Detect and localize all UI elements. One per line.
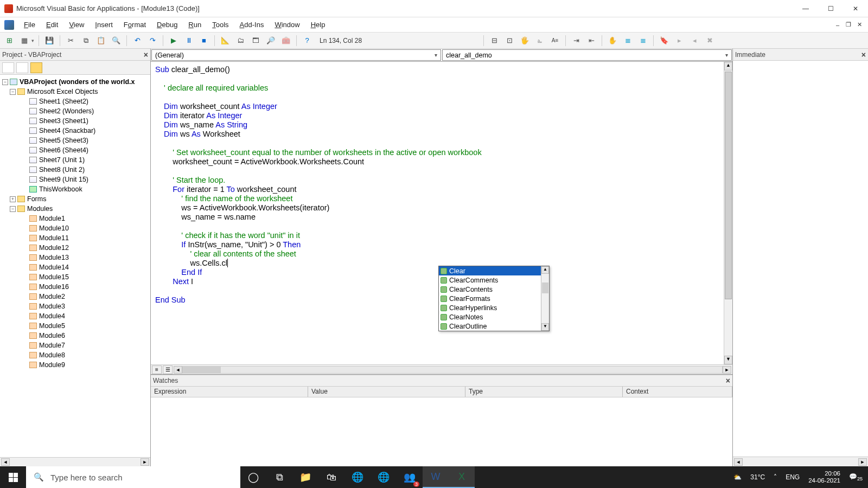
reset-button[interactable]: ■ (198, 35, 210, 47)
project-explorer-button[interactable]: 🗂 (234, 35, 246, 47)
find-button[interactable]: 🔍 (110, 35, 122, 47)
tree-module[interactable]: Module13 (39, 254, 69, 261)
tree-excel-objects[interactable]: Microsoft Excel Objects (27, 88, 98, 95)
tree-module[interactable]: Module14 (39, 264, 69, 271)
language-indicator[interactable]: ENG (786, 473, 800, 481)
menu-run[interactable]: Run (184, 20, 206, 30)
scroll-left-icon[interactable]: ◄ (1, 458, 10, 466)
tree-module[interactable]: Module4 (39, 312, 65, 320)
menu-debug[interactable]: Debug (152, 20, 182, 30)
watch-col-type[interactable]: Type (465, 387, 623, 397)
edit-tb-btn3[interactable]: 🖐 (519, 35, 531, 47)
scroll-thumb[interactable] (542, 282, 548, 293)
design-mode-button[interactable]: 📐 (219, 35, 231, 47)
code-hscroll[interactable]: ◄ ► (174, 366, 731, 374)
scroll-right-icon[interactable]: ► (858, 458, 867, 466)
watch-col-context[interactable]: Context (623, 387, 732, 397)
tree-module[interactable]: Module10 (39, 224, 69, 232)
expander-icon[interactable]: − (2, 79, 8, 85)
scroll-up-icon[interactable]: ▲ (541, 266, 549, 274)
tree-module[interactable]: Module16 (39, 283, 69, 291)
teams-button[interactable]: 👥 (397, 466, 423, 488)
menu-insert[interactable]: Insert (91, 20, 117, 30)
properties-button[interactable]: 🗔 (250, 35, 261, 47)
tree-module[interactable]: Module12 (39, 244, 69, 252)
taskbar-search[interactable]: 🔍 Type here to search (26, 466, 240, 488)
prev-bookmark[interactable]: ◂ (688, 35, 700, 47)
immediate-body[interactable] (733, 61, 868, 457)
intellisense-scroll[interactable]: ▲ ▼ (541, 266, 549, 331)
tree-sheet[interactable]: Sheet4 (Snackbar) (39, 127, 95, 134)
code-editor[interactable]: Sub clear_all_demo() ' declare all requi… (151, 62, 732, 364)
scroll-down-icon[interactable]: ▼ (541, 323, 549, 331)
object-browser-button[interactable]: 🔎 (265, 35, 277, 47)
watches-body[interactable] (151, 397, 732, 466)
watch-col-expression[interactable]: Expression (151, 387, 308, 397)
code-vscroll[interactable]: ▲ ▼ (724, 62, 732, 364)
comment-button[interactable]: ≣ (622, 35, 634, 47)
immediate-close[interactable]: × (861, 50, 866, 59)
chrome-button[interactable]: 🌐 (344, 466, 371, 488)
tree-module[interactable]: Module6 (39, 332, 65, 339)
store-button[interactable]: 🛍 (318, 466, 344, 488)
tree-sheet[interactable]: Sheet9 (Unit 15) (39, 176, 88, 183)
watch-col-value[interactable]: Value (308, 387, 465, 397)
task-view-button[interactable]: ⧉ (266, 466, 292, 488)
tray-chevron-icon[interactable]: ˄ (774, 473, 777, 481)
edge-button[interactable]: 🌐 (371, 466, 397, 488)
tree-sheet[interactable]: Sheet6 (Sheet4) (39, 146, 88, 154)
intellisense-item[interactable]: ClearHyperlinks (439, 303, 549, 312)
full-view-btn[interactable]: ☰ (163, 365, 173, 374)
redo-button[interactable]: ↷ (146, 35, 158, 47)
cortana-button[interactable]: ◯ (240, 466, 266, 488)
scroll-down-icon[interactable]: ▼ (724, 356, 732, 364)
tree-root[interactable]: VBAProject (wonders of the world.x (20, 78, 135, 86)
menu-file[interactable]: File (20, 20, 40, 30)
start-button[interactable] (0, 466, 26, 488)
run-button[interactable]: ▶ (168, 35, 180, 47)
bookmark-button[interactable]: 🔖 (658, 35, 670, 47)
minimize-button[interactable]: — (793, 1, 818, 17)
edit-tb-btn2[interactable]: ⊡ (503, 35, 515, 47)
outdent-button[interactable]: ⇤ (585, 35, 597, 47)
mdi-restore[interactable]: ❐ (843, 20, 854, 30)
close-button[interactable]: ✕ (843, 1, 868, 17)
intellisense-popup[interactable]: ClearClearCommentsClearContentsClearForm… (438, 266, 550, 331)
notifications-button[interactable]: 💬25 (849, 473, 863, 481)
view-code-btn[interactable] (2, 62, 14, 73)
tree-module[interactable]: Module9 (39, 361, 65, 369)
scroll-right-icon[interactable]: ► (723, 366, 731, 374)
help-button[interactable]: ? (301, 35, 313, 47)
scroll-up-icon[interactable]: ▲ (724, 62, 732, 70)
next-bookmark[interactable]: ▸ (673, 35, 685, 47)
menu-format[interactable]: Format (119, 20, 150, 30)
object-dropdown[interactable]: (General)▾ (151, 49, 441, 61)
save-button[interactable]: 💾 (43, 35, 55, 47)
intellisense-item[interactable]: ClearComments (439, 275, 549, 285)
tree-module[interactable]: Module15 (39, 273, 69, 281)
word-button[interactable]: W (423, 466, 449, 488)
menu-edit[interactable]: Edit (42, 20, 62, 30)
breakpoint-button[interactable]: ✋ (607, 35, 618, 47)
scroll-thumb[interactable] (725, 72, 732, 299)
tree-sheet[interactable]: Sheet7 (Unit 1) (39, 156, 85, 164)
tree-module[interactable]: Module11 (39, 234, 69, 242)
tree-thisworkbook[interactable]: ThisWorkbook (39, 185, 82, 193)
mdi-close[interactable]: ✕ (854, 20, 865, 30)
weather-icon[interactable]: ⛅ (733, 473, 742, 481)
expander-icon[interactable]: − (10, 89, 16, 95)
procedure-dropdown[interactable]: clear_all_demo▾ (442, 49, 732, 61)
intellisense-item[interactable]: Clear (439, 266, 549, 275)
insert-button[interactable]: ▦ (18, 35, 30, 47)
view-excel-button[interactable]: ⊞ (3, 35, 15, 47)
menu-view[interactable]: View (65, 20, 88, 30)
copy-button[interactable]: ⧉ (80, 35, 92, 47)
tree-sheet[interactable]: Sheet5 (Sheet3) (39, 137, 88, 144)
scroll-left-icon[interactable]: ◄ (174, 366, 182, 374)
scroll-right-icon[interactable]: ► (141, 458, 149, 466)
break-button[interactable]: ⏸ (183, 35, 195, 47)
edit-tb-btn1[interactable]: ⊟ (488, 35, 500, 47)
menu-help[interactable]: Help (307, 20, 330, 30)
tree-forms[interactable]: Forms (27, 195, 46, 203)
clear-bookmarks[interactable]: ✖ (704, 35, 716, 47)
